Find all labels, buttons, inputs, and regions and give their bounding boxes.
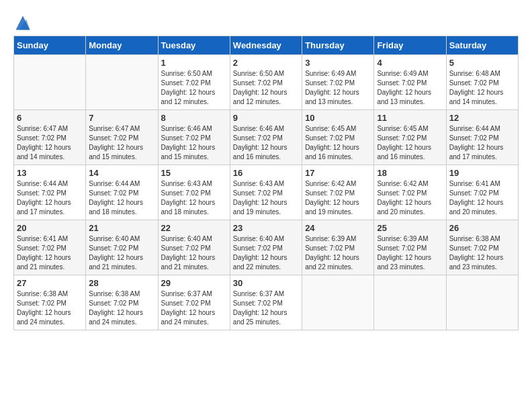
- calendar-cell: 25Sunrise: 6:39 AMSunset: 7:02 PMDayligh…: [374, 220, 446, 275]
- day-number: 21: [89, 223, 154, 233]
- calendar-cell: [302, 275, 374, 330]
- calendar-cell: 21Sunrise: 6:40 AMSunset: 7:02 PMDayligh…: [86, 220, 158, 275]
- day-info: Sunrise: 6:37 AMSunset: 7:02 PMDaylight:…: [161, 289, 227, 327]
- calendar-cell: 15Sunrise: 6:43 AMSunset: 7:02 PMDayligh…: [158, 165, 230, 220]
- calendar-cell: 23Sunrise: 6:40 AMSunset: 7:02 PMDayligh…: [230, 220, 302, 275]
- day-info: Sunrise: 6:42 AMSunset: 7:02 PMDaylight:…: [305, 179, 371, 217]
- day-number: 1: [161, 58, 227, 68]
- day-of-week-header: Friday: [374, 36, 446, 55]
- day-of-week-header: Wednesday: [230, 36, 302, 55]
- calendar-cell: 18Sunrise: 6:42 AMSunset: 7:02 PMDayligh…: [374, 165, 446, 220]
- day-of-week-header: Thursday: [302, 36, 374, 55]
- calendar-week-row: 13Sunrise: 6:44 AMSunset: 7:02 PMDayligh…: [14, 165, 519, 220]
- day-info: Sunrise: 6:39 AMSunset: 7:02 PMDaylight:…: [305, 234, 371, 272]
- day-number: 3: [305, 58, 371, 68]
- calendar-cell: 10Sunrise: 6:45 AMSunset: 7:02 PMDayligh…: [302, 110, 374, 165]
- day-number: 7: [89, 113, 154, 123]
- day-info: Sunrise: 6:43 AMSunset: 7:02 PMDaylight:…: [161, 179, 227, 217]
- day-info: Sunrise: 6:38 AMSunset: 7:02 PMDaylight:…: [17, 289, 83, 327]
- calendar-body: 1Sunrise: 6:50 AMSunset: 7:02 PMDaylight…: [14, 55, 519, 330]
- day-info: Sunrise: 6:40 AMSunset: 7:02 PMDaylight:…: [89, 234, 154, 272]
- day-info: Sunrise: 6:40 AMSunset: 7:02 PMDaylight:…: [233, 234, 299, 272]
- day-number: 17: [305, 168, 371, 178]
- day-number: 15: [161, 168, 227, 178]
- calendar-cell: 26Sunrise: 6:38 AMSunset: 7:02 PMDayligh…: [446, 220, 518, 275]
- calendar-cell: [86, 55, 158, 110]
- day-number: 19: [449, 168, 515, 178]
- calendar-cell: 24Sunrise: 6:39 AMSunset: 7:02 PMDayligh…: [302, 220, 374, 275]
- day-info: Sunrise: 6:46 AMSunset: 7:02 PMDaylight:…: [161, 124, 227, 162]
- day-number: 2: [233, 58, 299, 68]
- calendar-cell: 3Sunrise: 6:49 AMSunset: 7:02 PMDaylight…: [302, 55, 374, 110]
- calendar-cell: 22Sunrise: 6:40 AMSunset: 7:02 PMDayligh…: [158, 220, 230, 275]
- calendar-header-row: SundayMondayTuesdayWednesdayThursdayFrid…: [14, 36, 519, 55]
- day-info: Sunrise: 6:50 AMSunset: 7:02 PMDaylight:…: [161, 69, 227, 107]
- day-number: 30: [233, 278, 299, 288]
- day-number: 5: [449, 58, 515, 68]
- day-info: Sunrise: 6:47 AMSunset: 7:02 PMDaylight:…: [17, 124, 83, 162]
- day-number: 26: [449, 223, 515, 233]
- day-info: Sunrise: 6:44 AMSunset: 7:02 PMDaylight:…: [89, 179, 154, 217]
- calendar-cell: 9Sunrise: 6:46 AMSunset: 7:02 PMDaylight…: [230, 110, 302, 165]
- day-of-week-header: Monday: [86, 36, 158, 55]
- day-number: 12: [449, 113, 515, 123]
- calendar-table: SundayMondayTuesdayWednesdayThursdayFrid…: [13, 36, 519, 330]
- calendar-cell: 16Sunrise: 6:43 AMSunset: 7:02 PMDayligh…: [230, 165, 302, 220]
- day-info: Sunrise: 6:39 AMSunset: 7:02 PMDaylight:…: [377, 234, 443, 272]
- calendar-cell: 7Sunrise: 6:47 AMSunset: 7:02 PMDaylight…: [86, 110, 158, 165]
- calendar-cell: 2Sunrise: 6:50 AMSunset: 7:02 PMDaylight…: [230, 55, 302, 110]
- calendar-cell: 8Sunrise: 6:46 AMSunset: 7:02 PMDaylight…: [158, 110, 230, 165]
- day-info: Sunrise: 6:46 AMSunset: 7:02 PMDaylight:…: [233, 124, 299, 162]
- day-number: 16: [233, 168, 299, 178]
- day-of-week-header: Tuesday: [158, 36, 230, 55]
- calendar-week-row: 27Sunrise: 6:38 AMSunset: 7:02 PMDayligh…: [14, 275, 519, 330]
- day-number: 9: [233, 113, 299, 123]
- calendar-cell: [374, 275, 446, 330]
- calendar-cell: 30Sunrise: 6:37 AMSunset: 7:02 PMDayligh…: [230, 275, 302, 330]
- day-number: 24: [305, 223, 371, 233]
- day-info: Sunrise: 6:38 AMSunset: 7:02 PMDaylight:…: [449, 234, 515, 272]
- day-number: 28: [89, 278, 154, 288]
- calendar-cell: 27Sunrise: 6:38 AMSunset: 7:02 PMDayligh…: [14, 275, 86, 330]
- calendar-week-row: 6Sunrise: 6:47 AMSunset: 7:02 PMDaylight…: [14, 110, 519, 165]
- calendar-cell: 28Sunrise: 6:38 AMSunset: 7:02 PMDayligh…: [86, 275, 158, 330]
- logo: [13, 13, 35, 32]
- day-number: 23: [233, 223, 299, 233]
- day-info: Sunrise: 6:50 AMSunset: 7:02 PMDaylight:…: [233, 69, 299, 107]
- calendar-cell: 6Sunrise: 6:47 AMSunset: 7:02 PMDaylight…: [14, 110, 86, 165]
- day-number: 22: [161, 223, 227, 233]
- day-number: 27: [17, 278, 83, 288]
- day-number: 25: [377, 223, 443, 233]
- calendar-cell: 12Sunrise: 6:44 AMSunset: 7:02 PMDayligh…: [446, 110, 518, 165]
- day-info: Sunrise: 6:44 AMSunset: 7:02 PMDaylight:…: [449, 124, 515, 162]
- day-info: Sunrise: 6:41 AMSunset: 7:02 PMDaylight:…: [17, 234, 83, 272]
- day-number: 29: [161, 278, 227, 288]
- logo-icon: [13, 13, 32, 32]
- day-info: Sunrise: 6:45 AMSunset: 7:02 PMDaylight:…: [305, 124, 371, 162]
- day-info: Sunrise: 6:37 AMSunset: 7:02 PMDaylight:…: [233, 289, 299, 327]
- day-number: 13: [17, 168, 83, 178]
- calendar-cell: 13Sunrise: 6:44 AMSunset: 7:02 PMDayligh…: [14, 165, 86, 220]
- day-info: Sunrise: 6:40 AMSunset: 7:02 PMDaylight:…: [161, 234, 227, 272]
- day-info: Sunrise: 6:38 AMSunset: 7:02 PMDaylight:…: [89, 289, 154, 327]
- day-number: 4: [377, 58, 443, 68]
- calendar-cell: 5Sunrise: 6:48 AMSunset: 7:02 PMDaylight…: [446, 55, 518, 110]
- day-number: 18: [377, 168, 443, 178]
- day-info: Sunrise: 6:49 AMSunset: 7:02 PMDaylight:…: [305, 69, 371, 107]
- day-info: Sunrise: 6:45 AMSunset: 7:02 PMDaylight:…: [377, 124, 443, 162]
- day-number: 14: [89, 168, 154, 178]
- day-number: 20: [17, 223, 83, 233]
- calendar-week-row: 20Sunrise: 6:41 AMSunset: 7:02 PMDayligh…: [14, 220, 519, 275]
- calendar-cell: 14Sunrise: 6:44 AMSunset: 7:02 PMDayligh…: [86, 165, 158, 220]
- calendar-cell: 11Sunrise: 6:45 AMSunset: 7:02 PMDayligh…: [374, 110, 446, 165]
- day-number: 10: [305, 113, 371, 123]
- day-info: Sunrise: 6:43 AMSunset: 7:02 PMDaylight:…: [233, 179, 299, 217]
- calendar-cell: 4Sunrise: 6:49 AMSunset: 7:02 PMDaylight…: [374, 55, 446, 110]
- day-of-week-header: Saturday: [446, 36, 518, 55]
- calendar-week-row: 1Sunrise: 6:50 AMSunset: 7:02 PMDaylight…: [14, 55, 519, 110]
- calendar-cell: [14, 55, 86, 110]
- day-info: Sunrise: 6:48 AMSunset: 7:02 PMDaylight:…: [449, 69, 515, 107]
- day-of-week-header: Sunday: [14, 36, 86, 55]
- day-info: Sunrise: 6:42 AMSunset: 7:02 PMDaylight:…: [377, 179, 443, 217]
- day-info: Sunrise: 6:47 AMSunset: 7:02 PMDaylight:…: [89, 124, 154, 162]
